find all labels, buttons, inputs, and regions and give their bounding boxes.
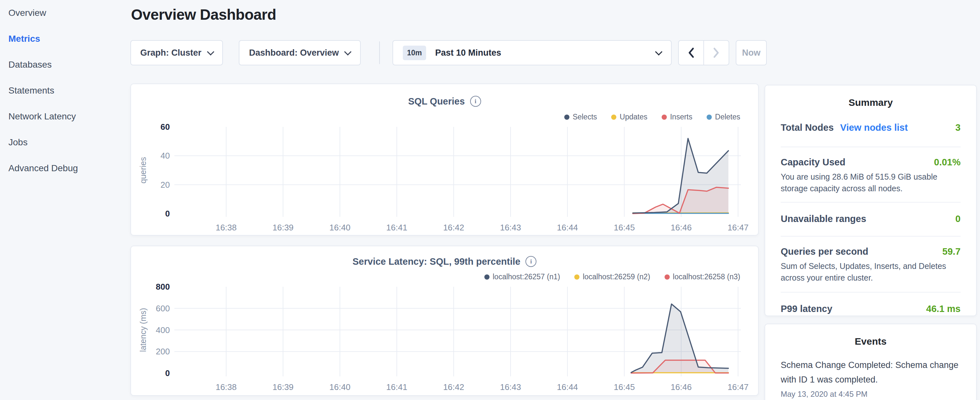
svg-text:16:42: 16:42	[443, 382, 464, 392]
svg-text:40: 40	[161, 151, 170, 161]
summary-rows: Total NodesView nodes list3Capacity Used…	[781, 108, 961, 314]
svg-text:800: 800	[156, 282, 170, 292]
now-button[interactable]: Now	[736, 40, 767, 65]
chevron-down-icon	[655, 48, 663, 56]
sql-queries-chart: 16:3816:3916:4016:4116:4216:4316:4416:45…	[131, 84, 758, 235]
time-range-badge: 10m	[403, 46, 426, 60]
svg-text:16:44: 16:44	[557, 223, 578, 233]
svg-text:20: 20	[161, 180, 170, 190]
svg-text:16:38: 16:38	[215, 223, 237, 233]
sidebar: OverviewMetricsDatabasesStatementsNetwor…	[0, 0, 111, 181]
svg-text:16:41: 16:41	[386, 382, 407, 392]
svg-text:16:44: 16:44	[557, 382, 578, 392]
graph-dropdown[interactable]: Graph: Cluster	[130, 40, 223, 65]
service-latency-chart-card: Service Latency: SQL, 99th percentile i …	[130, 245, 759, 396]
summary-row: Capacity Used0.01%You are using 28.6 MiB…	[781, 147, 961, 202]
summary-value: 0.01%	[934, 157, 961, 167]
summary-value: 46.1 ms	[926, 304, 961, 314]
db-console-page: OverviewMetricsDatabasesStatementsNetwor…	[0, 0, 980, 400]
chevron-right-icon	[713, 47, 720, 58]
svg-text:16:43: 16:43	[500, 223, 521, 233]
sidebar-item-databases[interactable]: Databases	[0, 52, 111, 78]
event-message[interactable]: Schema Change Completed: Schema change w…	[781, 358, 961, 387]
toolbar: Graph: Cluster Dashboard: Overview 10m P…	[130, 40, 767, 65]
now-button-label: Now	[742, 48, 760, 58]
summary-row: Unavailable ranges0	[781, 202, 961, 237]
svg-text:0: 0	[165, 209, 170, 218]
event-timestamp: May 13, 2020 at 4:45 PM	[781, 390, 961, 399]
svg-text:16:38: 16:38	[215, 382, 237, 392]
svg-text:queries: queries	[138, 157, 148, 183]
svg-text:16:39: 16:39	[272, 382, 293, 392]
sql-queries-chart-card: SQL Queries i SelectsUpdatesInsertsDelet…	[130, 83, 759, 236]
step-back-button[interactable]	[679, 41, 703, 65]
dashboard-dropdown[interactable]: Dashboard: Overview	[239, 40, 361, 65]
summary-label: Unavailable ranges	[781, 214, 866, 224]
summary-description: You are using 28.6 MiB of 515.9 GiB usab…	[781, 171, 961, 194]
svg-text:16:42: 16:42	[443, 223, 464, 233]
summary-description: Sum of Selects, Updates, Inserts, and De…	[781, 260, 961, 284]
svg-text:600: 600	[156, 304, 170, 313]
step-forward-button[interactable]	[703, 41, 729, 65]
time-range-label: Past 10 Minutes	[435, 48, 501, 58]
graph-dropdown-label: Graph: Cluster	[140, 48, 201, 58]
dashboard-dropdown-label: Dashboard: Overview	[249, 48, 339, 58]
events-title: Events	[781, 336, 961, 347]
svg-text:16:46: 16:46	[671, 382, 692, 392]
svg-text:60: 60	[161, 122, 170, 132]
page-title: Overview Dashboard	[131, 6, 276, 23]
view-nodes-link[interactable]: View nodes list	[840, 122, 908, 133]
svg-text:16:47: 16:47	[728, 223, 749, 233]
events-panel: Events Schema Change Completed: Schema c…	[765, 324, 977, 400]
summary-panel: Summary Total NodesView nodes list3Capac…	[765, 85, 977, 316]
service-latency-chart: 16:3816:3916:4016:4116:4216:4316:4416:45…	[131, 246, 758, 395]
time-step-buttons	[678, 40, 729, 65]
sidebar-item-overview[interactable]: Overview	[0, 0, 111, 26]
svg-text:16:41: 16:41	[386, 223, 407, 233]
summary-label: P99 latency	[781, 304, 832, 314]
chevron-down-icon	[207, 48, 214, 56]
svg-text:16:43: 16:43	[500, 382, 521, 392]
toolbar-divider	[379, 41, 380, 64]
svg-text:0: 0	[165, 368, 170, 378]
sidebar-item-network-latency[interactable]: Network Latency	[0, 104, 111, 129]
svg-text:16:46: 16:46	[671, 223, 692, 233]
summary-row: Queries per second59.7Sum of Selects, Up…	[781, 237, 961, 293]
summary-row: Total NodesView nodes list3	[781, 108, 961, 147]
summary-label: Capacity Used	[781, 157, 845, 167]
summary-value: 3	[955, 122, 961, 133]
summary-label: Total Nodes	[781, 122, 834, 133]
svg-text:16:45: 16:45	[614, 223, 635, 233]
chevron-left-icon	[687, 47, 695, 58]
summary-row: P99 latency46.1 ms	[781, 293, 961, 314]
event-list: Schema Change Completed: Schema change w…	[781, 358, 961, 399]
svg-text:16:39: 16:39	[272, 223, 293, 233]
svg-text:16:40: 16:40	[329, 223, 350, 233]
summary-value: 59.7	[942, 246, 961, 257]
sidebar-item-statements[interactable]: Statements	[0, 78, 111, 104]
summary-title: Summary	[781, 97, 961, 108]
svg-text:16:40: 16:40	[329, 382, 350, 392]
time-range-dropdown[interactable]: 10m Past 10 Minutes	[393, 40, 672, 65]
sidebar-item-advanced-debug[interactable]: Advanced Debug	[0, 155, 111, 181]
summary-value: 0	[955, 214, 961, 224]
chevron-down-icon	[344, 48, 352, 56]
svg-text:400: 400	[156, 325, 170, 335]
svg-text:latency (ms): latency (ms)	[138, 308, 148, 352]
sidebar-item-metrics[interactable]: Metrics	[0, 26, 111, 52]
summary-label: Queries per second	[781, 246, 869, 257]
sidebar-item-jobs[interactable]: Jobs	[0, 129, 111, 155]
svg-text:16:45: 16:45	[614, 382, 635, 392]
svg-text:16:47: 16:47	[728, 382, 749, 392]
svg-text:200: 200	[156, 347, 170, 356]
